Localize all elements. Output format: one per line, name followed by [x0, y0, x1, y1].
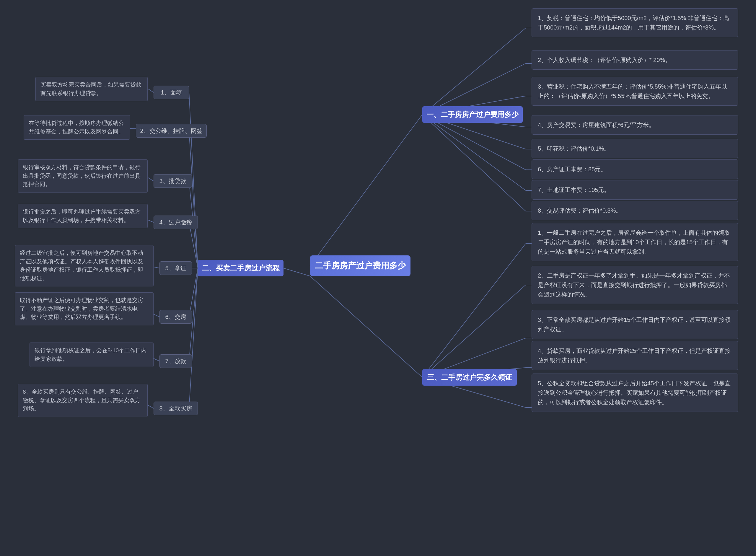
cost-item-8: 8、交易评估费：评估价*0.3%。: [531, 201, 738, 220]
step-desc-4: 银行批贷之后，即可办理过户手续需要买卖双方以及银行工作人员到场，并携带相关材料。: [18, 204, 148, 228]
svg-line-43: [422, 244, 526, 377]
duration-item-4: 4、贷款买房，商业贷款从过户开始25个工作日下产权证，但是产权证直接放到银行进行…: [531, 341, 738, 370]
step-2: 2、交公维、挂牌、网签: [136, 124, 207, 138]
cost-item-4: 4、房产交易费：房屋建筑面积*6元/平方米。: [531, 115, 738, 135]
step-7: 7、放款: [160, 354, 192, 368]
cost-item-6: 6、房产证工本费：85元。: [531, 160, 738, 179]
step-3: 3、批贷款: [153, 174, 192, 188]
cost-item-7: 7、土地证工本费：105元。: [531, 180, 738, 200]
svg-line-19: [148, 89, 153, 93]
step-desc-6: 取得不动产证之后便可办理物业交割，也就是交房了。注意在办理物业交割时，卖房者要结…: [15, 292, 153, 325]
step-desc-5: 经过二级审批之后，便可到房地产交易中心取不动产证以及他项权证。产权人本人携带收件…: [15, 245, 153, 286]
svg-line-1: [310, 114, 422, 266]
svg-line-45: [422, 285, 526, 377]
branch-process: 二、买卖二手房过户流程: [198, 260, 283, 276]
step-4: 4、过户缴税: [153, 215, 198, 229]
svg-line-2: [310, 276, 422, 377]
step-8: 8、全款买房: [153, 402, 198, 415]
svg-line-27: [422, 28, 526, 114]
cost-item-5: 5、印花税：评估价*0.1%。: [531, 139, 738, 158]
branch-duration: 三、二手房过户完多久领证: [422, 369, 517, 386]
svg-line-17: [189, 268, 198, 408]
svg-line-37: [422, 114, 526, 170]
step-1: 1、面签: [153, 85, 189, 99]
step-desc-3: 银行审核双方材料，符合贷款条件的申请，银行出具批贷函，同意贷款，然后银行在过户前…: [18, 160, 148, 193]
step-desc-8: 8、全款买房则只有交公维、挂牌、网签、过户缴税、拿证以及交房四个流程，且只需买卖…: [18, 384, 148, 417]
duration-item-5: 5、公积金贷款和组合贷款从过户之后开始45个工作日下发产权证，也是直接送到公积金…: [531, 374, 738, 412]
cost-item-3: 3、营业税：住宅购入不满五年的：评估价*5.55%;非普通住宅购入五年以上的：（…: [531, 77, 738, 106]
central-node: 二手房房产过户费用多少: [310, 255, 411, 276]
step-desc-1: 买卖双方签完买卖合同后，如果需要贷款首先联系银行办理贷款。: [35, 77, 148, 101]
step-desc-2: 在等待批贷过程中，按顺序办理缴纳公共维修基金，挂牌公示以及网签合同。: [24, 115, 130, 140]
duration-item-1: 1、一般二手房在过完户之后，房管局会给一个取件单，上面有具体的领取二手房房产证的…: [531, 223, 738, 261]
svg-line-13: [189, 268, 198, 317]
cost-item-2: 2、个人收入调节税：（评估价-原购入价）* 20%。: [531, 50, 738, 70]
step-desc-7: 银行拿到他项权证之后，会在5-10个工作日内给卖家放款。: [30, 343, 153, 367]
duration-item-2: 2、二手房是产权证一年多了才拿到手。如果是一年多才拿到产权证，并不是产权证没有下…: [531, 266, 738, 304]
svg-line-39: [422, 114, 526, 190]
step-6: 6、交房: [160, 310, 192, 324]
branch-cost: 一、二手房房产过户费用多少: [422, 106, 523, 123]
step-5: 5、拿证: [160, 261, 192, 275]
svg-line-0: [283, 268, 310, 276]
duration-item-3: 3、正常全款买房都是从过户开始15个工作日内下产权证，甚至可以直接领到产权证。: [531, 310, 738, 339]
svg-line-5: [189, 131, 198, 268]
mind-map: 二手房房产过户费用多少 二、买卖二手房过户流程 一、二手房房产过户费用多少 三、…: [0, 0, 756, 556]
cost-item-1: 1、契税：普通住宅：均价低于5000元/m2，评估价*1.5%;非普通住宅：高于…: [531, 8, 738, 37]
svg-line-41: [422, 114, 526, 211]
